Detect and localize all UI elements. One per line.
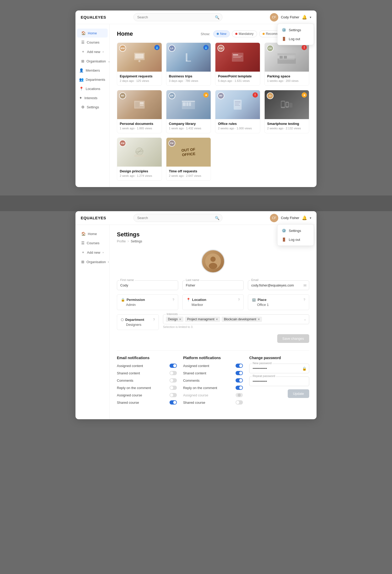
departments-icon: 👥 [79, 77, 84, 82]
bell-icon-settings[interactable]: 🔔 [302, 215, 307, 220]
home-icon-s: 🏠 [81, 232, 86, 236]
place-value: Office 1 [252, 303, 305, 307]
help-icon-permission[interactable]: ? [172, 298, 174, 302]
avatar-illustration [205, 253, 221, 269]
card-equipment[interactable]: WW 💧 Equipment requests 2 days ago · 125… [117, 42, 162, 86]
card-thumb-office-rules: RF ! [215, 90, 260, 119]
plus-icon: ＋ [81, 49, 85, 54]
tag-close-blockchain[interactable]: ✕ [258, 318, 260, 321]
sidebar-item-add-new[interactable]: ＋ Add new › [77, 47, 108, 56]
email-toggle-comments[interactable] [170, 378, 177, 382]
settings-menu-item[interactable]: ⚙️ Settings [277, 25, 314, 34]
repeat-password-input[interactable] [249, 376, 309, 386]
location-title: Location [192, 298, 206, 302]
filter-mandatory-btn[interactable]: Mandatory [232, 30, 257, 37]
sidebar-item-home[interactable]: 🏠 Home [77, 29, 108, 38]
permission-header: 🔒 Permission ? [121, 298, 174, 302]
card-timeoff[interactable]: OUT OF OFFICE FM Time off requests 2 wee… [166, 137, 211, 181]
help-icon-place[interactable]: ? [303, 298, 305, 302]
new-password-wrap: New password 🔒 [249, 364, 309, 373]
sidebar-settings-add-new[interactable]: ＋ Add new › [77, 248, 108, 257]
sidebar-settings-home[interactable]: 🏠 Home [77, 229, 108, 238]
search-input[interactable] [133, 13, 222, 21]
new-password-input[interactable] [249, 364, 309, 373]
sidebar-item-courses[interactable]: ☰ Courses [77, 38, 108, 47]
sidebar-item-organisation[interactable]: ⊞ Organisation ⌄ [77, 57, 108, 66]
first-name-group: First name [117, 280, 178, 290]
breadcrumb-profile-link[interactable]: Profile [117, 240, 126, 243]
email-notif-course: Assigned course [117, 393, 177, 397]
profile-avatar[interactable] [201, 249, 225, 273]
top-nav: EQUALEYES 🔍 CF Cody Fisher 🔔 ▾ ⚙️ Settin… [75, 10, 317, 24]
card-info: PowerPoint template 5 days ago · 1.631 v… [215, 72, 260, 86]
email-toggle-course[interactable] [170, 393, 177, 397]
email-toggle-assigned[interactable] [170, 364, 177, 368]
platform-toggle-shared-course[interactable] [236, 400, 243, 405]
platform-toggle-shared[interactable] [236, 371, 243, 375]
settings-menu-item-2[interactable]: ⚙️ Settings [277, 226, 314, 235]
svg-rect-1 [135, 54, 144, 59]
card-company[interactable]: EP ★ Company library 1 week ago · 1.432 … [166, 90, 211, 133]
email-toggle-shared[interactable] [170, 371, 177, 375]
platform-toggle-comments[interactable] [236, 378, 243, 382]
card-business[interactable]: LA 💧 Business trips 3 days ago · 786 vie… [166, 42, 211, 86]
bell-icon[interactable]: 🔔 [302, 15, 307, 20]
card-author-avatar: EP [168, 92, 175, 99]
card-parking[interactable]: CH ! Parking space 1 weeks ago · 200 vie… [264, 42, 309, 86]
svg-rect-32 [289, 103, 292, 108]
nav-right: CF Cody Fisher 🔔 ▾ [270, 13, 311, 22]
sidebar-item-members[interactable]: 👤 Members [77, 66, 108, 75]
chevron-down-icon[interactable]: ▾ [310, 15, 311, 19]
platform-toggle-assigned[interactable] [236, 364, 243, 368]
help-icon-dept[interactable]: ? [153, 318, 155, 322]
tag-close-design[interactable]: ✕ [179, 318, 181, 321]
email-notif-assigned: Assigned content [117, 364, 177, 368]
help-icon-location[interactable]: ? [238, 298, 240, 302]
last-name-input[interactable] [182, 280, 244, 290]
update-password-btn[interactable]: Update [288, 389, 309, 398]
card-design[interactable]: KM Design principles 2 week ago · 1.274 … [117, 137, 162, 181]
svg-rect-12 [280, 56, 283, 59]
card-powerpoint[interactable]: KM PowerPoint template 5 days ago · 1.63… [215, 42, 260, 86]
platform-toggle-reply[interactable] [236, 386, 243, 390]
interests-chevron[interactable]: ⌄ [304, 317, 306, 321]
svg-rect-26 [235, 104, 239, 104]
sidebar-item-settings[interactable]: ⚙ Settings [77, 103, 108, 111]
chevron-down-icon-settings[interactable]: ▾ [310, 216, 311, 220]
card-smartphone[interactable]: JJ ★ Smartphone testing 2 weeks ago · 2.… [264, 90, 309, 133]
card-thumb-company: EP ★ [166, 90, 211, 119]
save-changes-btn[interactable]: Save changes [277, 334, 309, 343]
card-info: Personal documents 1 week ago · 1.865 vi… [117, 119, 162, 133]
lock-icon: 🔒 [121, 298, 125, 302]
card-office-rules[interactable]: RF ! Office rules 2 weeks ago · 1.000 vi… [215, 90, 260, 133]
place-header: 🏢 Place ? [252, 298, 305, 302]
card-title: Office rules [218, 122, 257, 126]
platform-toggle-course[interactable] [236, 393, 243, 397]
email-notif-reply: Reply on the comment [117, 386, 177, 390]
email-input[interactable] [248, 280, 309, 290]
email-toggle-reply[interactable] [170, 386, 177, 390]
sidebar-item-locations[interactable]: 📍 Locations [77, 84, 108, 93]
sidebar-item-departments[interactable]: 👥 Departments [77, 75, 108, 84]
logout-menu-item[interactable]: 🚪 Log out [277, 34, 314, 43]
personal-illustration [132, 98, 147, 111]
interests-icon: ✦ [79, 96, 82, 100]
email-notif-shared-course: Shared course [117, 400, 177, 405]
card-title: Company library [169, 122, 208, 126]
first-name-input[interactable] [117, 280, 178, 290]
card-personal[interactable]: RF Personal documents 1 week ago · 1.865… [117, 90, 162, 133]
sidebar-settings-organisation[interactable]: ⊞ Organisation › [77, 257, 108, 266]
sidebar-item-interests[interactable]: ✦ Interests [77, 93, 108, 102]
page-title: Home [117, 30, 201, 37]
search-input-settings[interactable] [133, 214, 222, 222]
card-info: Business trips 3 days ago · 786 views [166, 72, 211, 86]
tag-close-project[interactable]: ✕ [216, 318, 218, 321]
platform-notif-reply: Reply on the comment [183, 386, 243, 390]
logout-menu-item-2[interactable]: 🚪 Log out [277, 235, 314, 244]
filter-new-btn[interactable]: New [213, 30, 230, 37]
logout-icon-2: 🚪 [282, 237, 286, 242]
location-block: 📍 Location ? Maribor [182, 294, 244, 310]
email-toggle-shared-course[interactable] [170, 400, 177, 405]
sidebar-settings-courses[interactable]: ☰ Courses [77, 238, 108, 247]
first-name-label: First name [119, 278, 135, 281]
